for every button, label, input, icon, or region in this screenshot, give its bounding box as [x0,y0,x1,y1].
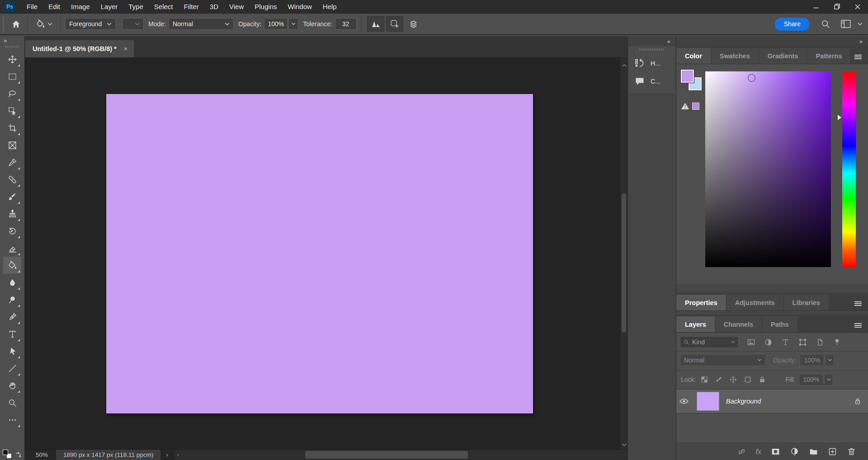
menu-view[interactable]: View [224,0,249,14]
brush-tool[interactable] [3,188,21,205]
home-icon[interactable] [9,18,23,31]
object-selection-tool[interactable] [3,102,21,119]
tab-libraries[interactable]: Libraries [784,295,829,310]
type-tool[interactable] [3,325,21,343]
options-grip[interactable] [2,16,5,32]
filter-toggle-icon[interactable] [833,338,841,347]
workspace-switcher-icon[interactable] [839,18,853,30]
type-filter-icon[interactable] [781,338,790,347]
hue-slider[interactable] [842,71,856,267]
share-button[interactable]: Share [775,18,810,31]
toolbar-grip[interactable] [5,46,19,48]
scroll-down-icon[interactable] [620,441,627,448]
fill-source-select[interactable]: Foreground [65,18,116,30]
mode-select[interactable]: Normal [169,18,234,30]
panel-menu-icon[interactable] [854,55,868,64]
hue-slider-arrow[interactable] [838,115,841,120]
layer-thumbnail[interactable] [697,392,719,410]
tab-patterns[interactable]: Patterns [807,48,851,64]
smart-object-filter-icon[interactable] [816,338,824,347]
adjustment-filter-icon[interactable] [764,338,773,347]
foreground-color-swatch[interactable] [3,450,8,455]
paint-bucket-tool[interactable] [3,257,21,274]
menu-file[interactable]: File [21,0,43,14]
tab-swatches[interactable]: Swatches [711,48,759,64]
minimize-icon[interactable] [806,0,826,14]
horizontal-scrollbar[interactable]: ‹ [174,450,627,460]
panel-menu-icon[interactable] [854,301,868,310]
eyedropper-tool[interactable] [3,154,21,171]
new-group-icon[interactable] [809,447,818,456]
history-brush-tool[interactable] [3,222,21,239]
menu-filter[interactable]: Filter [179,0,204,14]
color-picker-ring[interactable] [748,74,755,82]
move-tool[interactable] [3,51,21,68]
zoom-level[interactable]: 50% [25,450,56,460]
scroll-left-icon[interactable]: ‹ [174,450,182,460]
layer-lock-icon[interactable] [854,397,862,405]
dodge-tool[interactable] [3,291,21,308]
eraser-tool[interactable] [3,239,21,257]
sample-all-layers-icon[interactable] [405,16,422,32]
menu-edit[interactable]: Edit [43,0,66,14]
more-tools-button[interactable] [3,411,21,428]
blur-tool[interactable] [3,274,21,291]
tab-gradients[interactable]: Gradients [759,48,807,64]
menu-layer[interactable]: Layer [95,0,123,14]
chevron-down-icon[interactable] [856,21,864,28]
image-filter-icon[interactable] [747,338,755,347]
layer-row-background[interactable]: Background [676,389,868,413]
new-layer-icon[interactable] [828,447,837,456]
anti-alias-icon[interactable] [367,16,384,32]
new-adjustment-icon[interactable] [790,447,799,456]
tab-adjustments[interactable]: Adjustments [726,295,784,310]
pen-tool[interactable] [3,308,21,325]
tab-paths[interactable]: Paths [762,316,798,332]
clone-stamp-tool[interactable] [3,205,21,222]
saturation-brightness-field[interactable] [705,71,831,267]
expand-dock-button[interactable]: » [676,36,868,46]
opacity-value[interactable]: 100% [264,18,288,30]
menu-image[interactable]: Image [66,0,95,14]
search-icon[interactable] [819,17,832,31]
zoom-tool[interactable] [3,394,21,411]
rectangular-marquee-tool[interactable] [3,68,21,85]
menu-type[interactable]: Type [123,0,149,14]
menu-plugins[interactable]: Plugins [249,0,282,14]
toolbar-expand-button[interactable]: » [0,36,24,44]
vertical-scroll-thumb[interactable] [622,193,626,333]
menu-window[interactable]: Window [282,0,317,14]
tool-preset-button[interactable] [32,17,56,31]
line-tool[interactable] [3,360,21,377]
lock-paint-icon[interactable] [715,376,723,384]
vertical-scrollbar[interactable] [620,58,627,449]
status-chevron-icon[interactable]: › [160,450,174,460]
path-selection-tool[interactable] [3,343,21,360]
tab-channels[interactable]: Channels [715,316,762,332]
dock-grip[interactable] [639,48,665,51]
opacity-dropdown[interactable] [288,18,298,30]
restore-icon[interactable] [826,0,847,14]
add-mask-icon[interactable] [771,447,780,456]
document-tab[interactable]: Untitled-1 @ 50% (RGB/8) * × [25,40,134,57]
canvas[interactable] [106,94,533,413]
spot-healing-brush-tool[interactable] [3,171,21,188]
lock-artboard-icon[interactable] [744,376,752,384]
menu-select[interactable]: Select [149,0,179,14]
tab-layers[interactable]: Layers [676,316,715,332]
frame-tool[interactable] [3,136,21,154]
close-tab-icon[interactable]: × [122,44,129,53]
gamut-color-swatch[interactable] [692,103,699,110]
link-layers-icon[interactable] [737,447,746,456]
contiguous-icon[interactable] [386,16,403,32]
close-icon[interactable] [847,0,868,14]
panel-menu-icon[interactable] [854,323,868,332]
tab-properties[interactable]: Properties [676,295,726,310]
swap-colors-icon[interactable] [14,451,23,459]
layer-filter-select[interactable]: Kind [680,336,739,348]
menu-help[interactable]: Help [317,0,342,14]
layer-name[interactable]: Background [726,398,761,405]
lock-all-icon[interactable] [758,376,766,384]
shape-filter-icon[interactable] [798,338,807,347]
tab-color[interactable]: Color [676,48,711,64]
